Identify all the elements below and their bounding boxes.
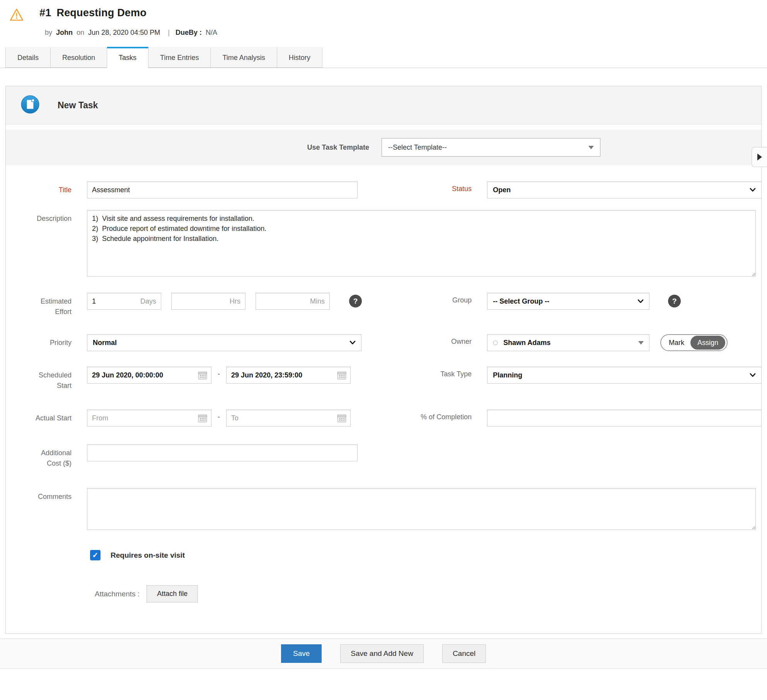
warning-icon xyxy=(9,8,24,23)
group-help-icon[interactable]: ? xyxy=(668,295,681,307)
save-button[interactable]: Save xyxy=(281,644,322,663)
task-type-selected-value: Planning xyxy=(493,371,522,379)
group-label: Group xyxy=(373,293,472,304)
effort-days-field[interactable]: Days xyxy=(87,293,161,310)
mark-button[interactable]: Mark xyxy=(661,339,690,347)
attachments-label: Attachments : xyxy=(95,590,140,598)
effort-help-icon[interactable]: ? xyxy=(349,295,362,307)
calendar-icon xyxy=(337,370,346,380)
panel-title: New Task xyxy=(58,100,98,111)
form-action-bar: Save Save and Add New Cancel xyxy=(0,639,767,669)
new-task-icon xyxy=(20,95,40,116)
completion-label: % of Completion xyxy=(373,410,472,421)
date-range-dash: - xyxy=(218,413,220,421)
scheduled-start-to-field[interactable]: 29 Jun 2020, 23:59:00 xyxy=(226,367,351,384)
attachments-row: Attachments : Attach file xyxy=(95,585,761,603)
ticket-header: #1Requesting Demo by John on Jun 28, 202… xyxy=(0,0,767,37)
new-task-form: Title Status Open Description 1) Visit xyxy=(6,165,761,633)
author-name: John xyxy=(56,29,73,36)
tab-details[interactable]: Details xyxy=(5,47,51,68)
dropdown-arrow-icon xyxy=(638,341,644,345)
ticket-byline: by John on Jun 28, 2020 04:50 PM | DueBy… xyxy=(45,29,767,37)
dropdown-arrow-icon xyxy=(588,146,594,149)
by-label: by xyxy=(45,29,52,36)
ticket-title: Requesting Demo xyxy=(56,7,147,19)
owner-label: Owner xyxy=(373,334,472,346)
tab-time-analysis[interactable]: Time Analysis xyxy=(211,47,277,68)
effort-mins-field[interactable]: Mins xyxy=(256,293,330,310)
owner-select[interactable]: Shawn Adams xyxy=(487,334,649,351)
assign-button[interactable]: Assign xyxy=(690,336,725,350)
calendar-icon xyxy=(337,413,346,423)
comments-textarea[interactable] xyxy=(87,488,756,530)
chevron-down-icon xyxy=(637,299,644,303)
tab-history[interactable]: History xyxy=(277,47,322,68)
title-label: Title xyxy=(6,181,72,195)
scheduled-start-from-field[interactable]: 29 Jun 2020, 00:00:00 xyxy=(87,367,211,384)
created-timestamp: Jun 28, 2020 04:50 PM xyxy=(88,29,160,36)
onsite-visit-label: Requires on-site visit xyxy=(111,551,185,560)
owner-status-dot-icon xyxy=(493,340,498,345)
onsite-visit-row: ✓ Requires on-site visit xyxy=(90,550,761,560)
dueby-value: N/A xyxy=(206,29,217,36)
template-row: Use Task Template --Select Template-- xyxy=(6,130,761,165)
priority-selected-value: Normal xyxy=(93,339,117,347)
status-selected-value: Open xyxy=(493,186,511,194)
effort-hrs-field[interactable]: Hrs xyxy=(171,293,245,310)
task-type-select[interactable]: Planning xyxy=(487,367,762,384)
owner-selected-value: Shawn Adams xyxy=(503,339,551,347)
mark-assign-toggle: Mark Assign xyxy=(660,334,728,351)
priority-select[interactable]: Normal xyxy=(87,334,361,351)
divider xyxy=(6,125,761,130)
effort-mins-unit: Mins xyxy=(310,297,325,306)
effort-days-input[interactable] xyxy=(92,297,140,306)
dueby-label: DueBy : xyxy=(176,29,202,36)
page-title: #1Requesting Demo xyxy=(39,7,147,19)
scheduled-start-label: Scheduled Start xyxy=(6,367,72,391)
priority-label: Priority xyxy=(6,334,72,348)
tab-time-entries[interactable]: Time Entries xyxy=(148,47,211,68)
attach-file-button[interactable]: Attach file xyxy=(147,585,198,603)
description-textarea[interactable]: 1) Visit site and assess requirements fo… xyxy=(87,210,756,277)
additional-cost-label: Additional Cost ($) xyxy=(6,444,72,469)
new-task-panel: New Task Use Task Template --Select Temp… xyxy=(5,86,762,634)
panel-collapse-handle[interactable] xyxy=(752,147,767,167)
template-label: Use Task Template xyxy=(6,143,369,152)
status-label: Status xyxy=(373,181,472,193)
on-label: on xyxy=(77,29,84,36)
cancel-button[interactable]: Cancel xyxy=(442,644,486,663)
additional-cost-input[interactable] xyxy=(87,444,358,461)
effort-hrs-unit: Hrs xyxy=(230,297,240,306)
completion-input[interactable] xyxy=(487,410,762,427)
chevron-down-icon xyxy=(349,341,356,345)
scheduled-start-to-value: 29 Jun 2020, 23:59:00 xyxy=(231,371,302,379)
status-select[interactable]: Open xyxy=(487,181,762,198)
effort-hrs-input[interactable] xyxy=(176,297,230,306)
template-selected-value: --Select Template-- xyxy=(388,143,447,152)
chevron-right-icon xyxy=(757,154,762,160)
task-type-label: Task Type xyxy=(373,367,472,378)
onsite-visit-checkbox[interactable]: ✓ xyxy=(90,550,101,560)
chevron-down-icon xyxy=(750,373,756,377)
group-select[interactable]: -- Select Group -- xyxy=(487,293,649,310)
tab-resolution[interactable]: Resolution xyxy=(51,47,107,68)
effort-mins-input[interactable] xyxy=(261,297,310,306)
tab-tasks[interactable]: Tasks xyxy=(107,47,148,68)
chevron-down-icon xyxy=(750,188,756,192)
scheduled-start-from-value: 29 Jun 2020, 00:00:00 xyxy=(92,371,163,379)
calendar-icon xyxy=(198,413,207,423)
calendar-icon xyxy=(198,370,207,380)
ticket-id: #1 xyxy=(39,7,51,19)
comments-label: Comments xyxy=(6,488,72,502)
actual-start-to-field[interactable]: To xyxy=(226,410,351,427)
save-and-add-new-button[interactable]: Save and Add New xyxy=(340,644,424,663)
actual-start-to-placeholder: To xyxy=(231,414,239,422)
date-range-dash: - xyxy=(218,370,220,378)
actual-start-from-field[interactable]: From xyxy=(87,410,211,427)
title-input[interactable] xyxy=(87,181,358,198)
template-select[interactable]: --Select Template-- xyxy=(382,138,600,157)
effort-days-unit: Days xyxy=(140,297,156,306)
actual-start-label: Actual Start xyxy=(6,410,72,423)
estimated-effort-label: Estimated Effort xyxy=(6,293,72,317)
pipe-separator: | xyxy=(168,29,170,36)
